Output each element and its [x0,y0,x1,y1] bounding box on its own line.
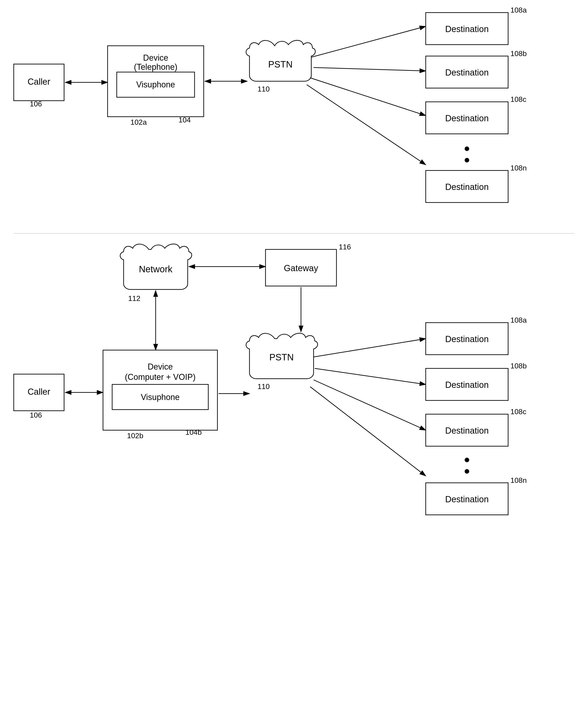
svg-point-70 [465,458,469,462]
svg-text:(Computer + VOIP): (Computer + VOIP) [125,372,195,382]
svg-point-29 [465,146,469,151]
svg-text:112: 112 [128,294,140,302]
svg-line-57 [314,339,426,357]
svg-line-58 [315,368,426,384]
svg-line-59 [314,380,426,430]
svg-text:Device: Device [143,53,168,62]
svg-text:102a: 102a [131,118,147,126]
svg-text:Destination: Destination [445,182,489,192]
svg-text:102b: 102b [127,431,143,440]
svg-text:104b: 104b [185,428,201,436]
svg-line-60 [310,387,426,476]
svg-text:108n: 108n [510,476,527,484]
svg-line-18 [310,78,426,115]
svg-text:(Telephone): (Telephone) [134,62,177,72]
svg-text:Caller: Caller [28,387,50,396]
svg-text:Destination: Destination [445,380,489,390]
svg-text:Visuphone: Visuphone [136,80,175,89]
svg-text:108c: 108c [510,408,526,416]
svg-text:Visuphone: Visuphone [141,392,180,402]
svg-line-17 [314,67,426,71]
svg-text:PSTN: PSTN [269,352,294,362]
svg-line-19 [307,85,426,165]
svg-text:Destination: Destination [445,68,489,77]
svg-text:108b: 108b [510,362,527,370]
svg-text:Destination: Destination [445,24,489,34]
svg-text:Network: Network [139,264,173,274]
svg-text:Destination: Destination [445,495,489,504]
svg-text:PSTN: PSTN [268,59,293,69]
svg-text:108b: 108b [510,49,527,58]
svg-text:104: 104 [179,116,191,124]
svg-text:108a: 108a [510,6,527,14]
svg-text:108n: 108n [510,164,527,172]
svg-text:106: 106 [30,411,42,419]
svg-text:Device: Device [148,362,173,371]
svg-text:Caller: Caller [28,77,50,87]
svg-text:110: 110 [258,382,270,390]
patent-diagram: Caller 106 Device (Telephone) Visuphone … [0,0,588,705]
svg-text:Destination: Destination [445,113,489,123]
svg-text:106: 106 [30,100,42,108]
svg-text:108c: 108c [510,95,526,103]
svg-text:110: 110 [258,85,270,93]
svg-text:Destination: Destination [445,334,489,344]
svg-point-30 [465,158,469,162]
svg-text:116: 116 [339,243,351,251]
svg-text:108a: 108a [510,316,527,324]
svg-point-71 [465,469,469,474]
svg-text:Gateway: Gateway [284,264,318,273]
svg-text:Destination: Destination [445,426,489,435]
svg-line-16 [311,26,426,57]
